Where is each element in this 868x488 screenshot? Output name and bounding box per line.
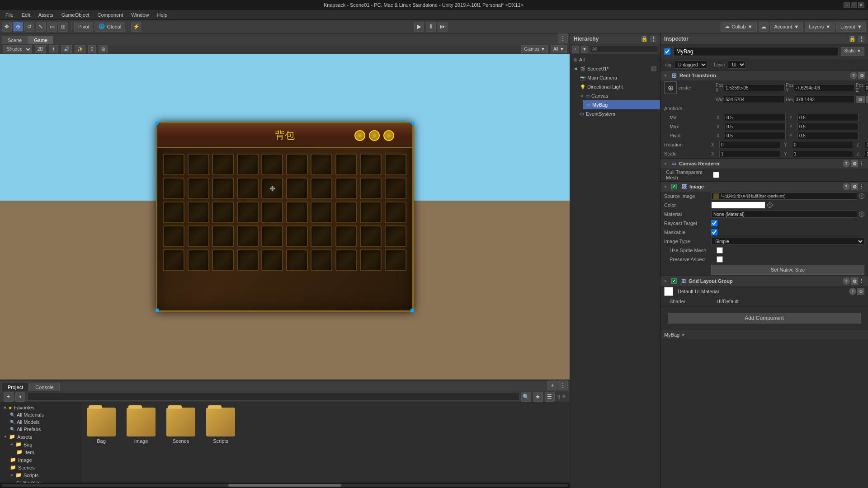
height-constrain-button[interactable]: ⊞ bbox=[866, 96, 868, 103]
project-search-input[interactable] bbox=[27, 393, 519, 401]
image-enabled-checkbox[interactable]: ✓ bbox=[671, 184, 677, 189]
sidebar-all-materials[interactable]: 🔍 All Materials bbox=[8, 411, 79, 418]
slot-50[interactable] bbox=[385, 249, 406, 271]
step-button[interactable]: ⏭ bbox=[438, 22, 448, 32]
viewport[interactable]: 背包 bbox=[0, 54, 570, 380]
slot-32[interactable] bbox=[188, 225, 209, 247]
color-picker-button[interactable]: ⊙ bbox=[767, 202, 773, 208]
pivot-x-input[interactable] bbox=[725, 132, 786, 139]
grid-layout-gear-button[interactable]: ⚙ bbox=[851, 277, 858, 285]
tab-scene[interactable]: Scene bbox=[2, 36, 28, 44]
slot-27[interactable] bbox=[311, 202, 332, 223]
slot-29[interactable] bbox=[360, 202, 382, 223]
color-swatch[interactable] bbox=[711, 202, 765, 209]
gizmos-button[interactable]: Gizmos ▼ bbox=[521, 45, 548, 53]
pivot-y-input[interactable] bbox=[797, 132, 859, 139]
scene-options-button[interactable]: ⋮ bbox=[558, 33, 568, 43]
menu-file[interactable]: File bbox=[2, 11, 17, 19]
asset-image[interactable]: Image bbox=[125, 406, 157, 446]
2d-button[interactable]: 2D bbox=[35, 45, 46, 53]
sidebar-item-folder[interactable]: 📁 Item bbox=[14, 448, 79, 456]
project-add-submenu-button[interactable]: ▼ bbox=[15, 392, 25, 402]
rot-x-input[interactable] bbox=[719, 141, 780, 148]
inspector-lock-button[interactable]: 🔒 bbox=[849, 36, 855, 42]
global-button[interactable]: 🌐 Global bbox=[94, 22, 125, 32]
slot-30[interactable] bbox=[385, 202, 406, 223]
slot-14[interactable] bbox=[237, 178, 259, 199]
source-image-picker-button[interactable]: ⊙ bbox=[859, 193, 864, 199]
image-gear-button[interactable]: ⚙ bbox=[851, 183, 858, 190]
static-button[interactable]: Static ▼ bbox=[841, 47, 864, 56]
sidebar-all-prefabs[interactable]: 🔍 All Prefabs bbox=[8, 426, 79, 433]
pause-button[interactable]: ⏸ bbox=[426, 22, 436, 32]
slot-23[interactable] bbox=[212, 202, 234, 223]
menu-gameobject[interactable]: GameObject bbox=[58, 11, 93, 19]
slot-34[interactable] bbox=[237, 225, 259, 247]
slot-48[interactable] bbox=[335, 249, 357, 271]
selection-handle-br[interactable] bbox=[410, 309, 414, 312]
pos-y-input[interactable] bbox=[794, 84, 855, 91]
sidebar-scripts-folder[interactable]: ▼ 📁 Scripts bbox=[8, 471, 79, 479]
canvas-renderer-menu-button[interactable]: ⋮ bbox=[859, 161, 865, 167]
slot-37[interactable] bbox=[311, 225, 332, 247]
hierarchy-canvas[interactable]: ▼ ▭ Canvas bbox=[576, 91, 660, 100]
pivot-button[interactable]: Pivot bbox=[74, 22, 93, 32]
hierarchy-dir-light[interactable]: 💡 Directional Light bbox=[576, 82, 660, 91]
favorite-button[interactable]: ★ bbox=[533, 392, 543, 402]
scene-options-btn[interactable]: ⋮ bbox=[651, 66, 656, 71]
slot-28[interactable] bbox=[335, 202, 357, 223]
slot-2[interactable] bbox=[188, 154, 209, 175]
default-material-gear-button[interactable]: ⚙ bbox=[857, 288, 864, 295]
layers-button[interactable]: Layers ▼ bbox=[805, 22, 835, 32]
scale-z-input[interactable] bbox=[865, 150, 868, 157]
image-header[interactable]: ▼ ✓ 🖼 Image ? ⚙ ⋮ bbox=[660, 182, 868, 192]
width-input[interactable] bbox=[724, 96, 785, 103]
go-active-checkbox[interactable] bbox=[664, 48, 670, 55]
material-picker-button[interactable]: ⊙ bbox=[859, 211, 864, 217]
bottom-panel-options-button[interactable]: ⋮ bbox=[558, 380, 568, 390]
slot-36[interactable] bbox=[286, 225, 308, 247]
raycast-checkbox[interactable] bbox=[711, 220, 717, 226]
canvas-renderer-header[interactable]: ▼ ▭ Canvas Renderer ? ⚙ ⋮ bbox=[660, 159, 868, 169]
pos-z-input[interactable] bbox=[864, 84, 868, 91]
grid-layout-header[interactable]: ▼ ✓ ⊞ Grid Layout Group ? ⚙ ⋮ bbox=[660, 276, 868, 286]
scrollbar-track[interactable] bbox=[2, 484, 568, 487]
slot-6[interactable] bbox=[286, 154, 308, 175]
slot-46[interactable] bbox=[286, 249, 308, 271]
sidebar-bag-folder[interactable]: ▼ 📁 Bag bbox=[8, 441, 79, 448]
menu-edit[interactable]: Edit bbox=[18, 11, 34, 19]
cull-transparent-checkbox[interactable] bbox=[713, 172, 719, 178]
slot-47[interactable] bbox=[311, 249, 332, 271]
sidebar-image-folder[interactable]: 📁 Image bbox=[8, 456, 79, 464]
width-constrain-button[interactable]: ⊞ bbox=[856, 96, 865, 103]
sidebar-scenes-folder[interactable]: 📁 Scenes bbox=[8, 464, 79, 471]
rot-z-input[interactable] bbox=[865, 141, 868, 148]
default-material-help-button[interactable]: ? bbox=[849, 288, 856, 295]
effects-button[interactable]: ✨ bbox=[75, 45, 85, 53]
menu-window[interactable]: Window bbox=[127, 11, 152, 19]
canvas-renderer-help-button[interactable]: ? bbox=[843, 160, 850, 167]
slot-12[interactable] bbox=[188, 178, 209, 199]
slot-39[interactable] bbox=[360, 225, 382, 247]
slot-35[interactable] bbox=[261, 225, 283, 247]
anchor-min-x-input[interactable] bbox=[725, 114, 786, 121]
play-button[interactable]: ▶ bbox=[414, 22, 424, 32]
scale-tool-button[interactable]: ⤡ bbox=[36, 22, 46, 32]
sidebar-all-models[interactable]: 🔍 All Models bbox=[8, 418, 79, 426]
selection-handle-bl[interactable] bbox=[156, 309, 159, 312]
tag-dropdown[interactable]: Untagged bbox=[674, 61, 708, 69]
all-dropdown[interactable]: All ▼ bbox=[551, 45, 567, 53]
slot-22[interactable] bbox=[188, 202, 209, 223]
filter-button[interactable]: ☰ bbox=[545, 392, 555, 402]
tab-project[interactable]: Project bbox=[2, 383, 29, 391]
maskable-checkbox[interactable] bbox=[711, 229, 717, 235]
grid-layout-enabled-checkbox[interactable]: ✓ bbox=[671, 278, 677, 284]
anchor-max-x-input[interactable] bbox=[725, 123, 786, 130]
hierarchy-eventsystem[interactable]: ⚙ EventSystem bbox=[576, 109, 660, 118]
bottom-panel-add-button[interactable]: + bbox=[547, 380, 557, 390]
rect-transform-header[interactable]: ▼ ⊞ Rect Transform ? ⚙ bbox=[660, 70, 868, 80]
anchor-min-y-input[interactable] bbox=[797, 114, 859, 121]
rect-tool-button[interactable]: ▭ bbox=[47, 22, 57, 32]
audio-button[interactable]: 🔊 bbox=[61, 45, 72, 53]
slot-19[interactable] bbox=[360, 178, 382, 199]
